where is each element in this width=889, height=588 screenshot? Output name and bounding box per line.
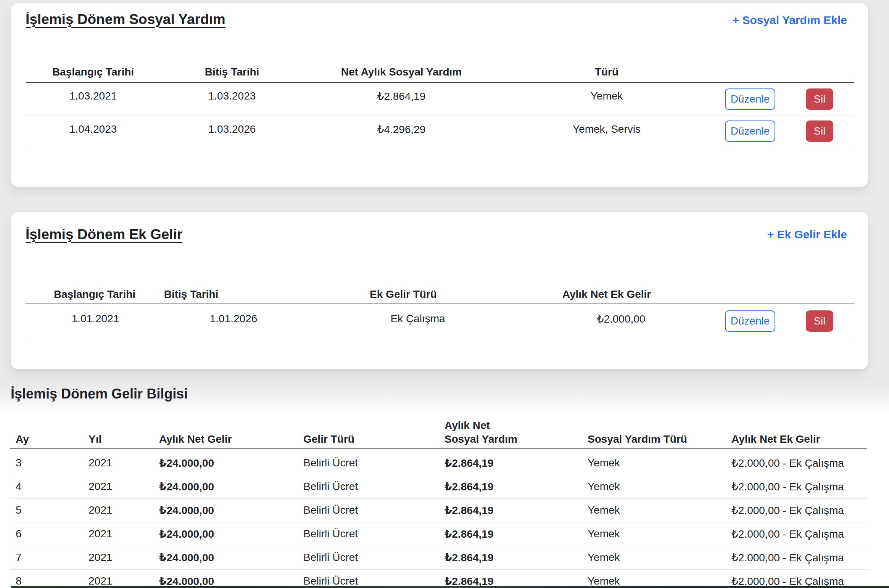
social-aid-card: İşlemiş Dönem Sosyal Yardım + Sosyal Yar…	[11, 3, 868, 187]
cell-month: 6	[16, 528, 22, 540]
col-header-type: Türü	[595, 66, 618, 78]
cell-extra-income: ₺2.000,00 - Ek Çalışma	[731, 528, 844, 540]
col-header-social-aid-line2: Sosyal Yardım	[445, 433, 517, 445]
cell-income-type: Ek Çalışma	[390, 313, 445, 325]
col-header-net-monthly: Net Aylık Sosyal Yardım	[341, 66, 462, 78]
cell-type: Yemek	[591, 90, 623, 102]
col-header-end-date: Bitiş Tarihi	[164, 288, 219, 300]
table-row: 1.01.2021 1.01.2026 Ek Çalışma ₺2.000,00…	[26, 304, 854, 338]
cell-extra-income: ₺2.000,00 - Ek Çalışma	[731, 480, 844, 493]
cell-month: 7	[16, 551, 22, 564]
cell-social-aid: ₺2.864,19	[445, 504, 493, 517]
col-header-income-type: Ek Gelir Türü	[370, 288, 437, 300]
col-header-start-date: Başlangıç Tarihi	[54, 288, 135, 300]
extra-income-card: İşlemiş Dönem Ek Gelir + Ek Gelir Ekle B…	[11, 212, 868, 369]
cell-month: 5	[16, 504, 22, 516]
cell-end-date: 1.03.2026	[208, 123, 256, 135]
social-aid-card-title: İşlemiş Dönem Sosyal Yardım	[26, 11, 225, 27]
cell-month: 3	[16, 457, 22, 469]
income-info-title: İşlemiş Dönem Gelir Bilgisi	[11, 386, 188, 402]
cell-net-income: ₺24.000,00	[159, 551, 214, 564]
table-row: 7 2021 ₺24.000,00 Belirli Ücret ₺2.864,1…	[10, 546, 867, 570]
cell-social-aid-type: Yemek	[588, 480, 620, 493]
cell-year: 2021	[89, 480, 112, 493]
col-header-income-type: Gelir Türü	[303, 433, 354, 445]
col-header-month: Ay	[16, 433, 29, 445]
table-row: 1.04.2023 1.03.2026 ₺4.296,29 Yemek, Ser…	[26, 116, 854, 147]
cell-year: 2021	[89, 504, 112, 516]
cell-net-monthly: ₺4.296,29	[377, 123, 426, 136]
cell-income-type: Belirli Ücret	[303, 457, 358, 469]
edit-button[interactable]: Düzenle	[725, 120, 775, 142]
cell-social-aid: ₺2.864,19	[445, 551, 493, 564]
delete-button[interactable]: Sil	[806, 120, 833, 142]
table-row: 8 2021 ₺24.000,00 Belirli Ücret ₺2.864,1…	[10, 569, 867, 588]
table-row: 1.03.2021 1.03.2023 ₺2.864,19 Yemek Düze…	[26, 83, 854, 116]
cell-social-aid-type: Yemek	[588, 551, 620, 564]
cell-social-aid-type: Yemek	[588, 528, 620, 540]
col-header-year: Yıl	[89, 433, 101, 445]
add-social-aid-link[interactable]: + Sosyal Yardım Ekle	[733, 14, 847, 27]
col-header-social-aid-line1: Aylık Net	[445, 419, 490, 432]
cell-social-aid-type: Yemek	[588, 457, 620, 469]
cell-year: 2021	[89, 528, 112, 540]
desktop-edge	[11, 586, 889, 588]
cell-net-income: ₺24.000,00	[159, 457, 214, 469]
col-header-net-income: Aylık Net Gelir	[159, 433, 232, 445]
cell-net-income: ₺24.000,00	[159, 528, 214, 540]
col-header-start-date: Başlangıç Tarihi	[52, 66, 134, 78]
cell-net-monthly: ₺2.000,00	[597, 313, 646, 325]
table-row: 5 2021 ₺24.000,00 Belirli Ücret ₺2.864,1…	[10, 498, 867, 522]
cell-year: 2021	[89, 457, 112, 469]
cell-month: 4	[16, 480, 22, 493]
cell-start-date: 1.03.2021	[69, 90, 117, 102]
cell-type: Yemek, Servis	[573, 123, 641, 135]
cell-end-date: 1.03.2023	[208, 90, 256, 102]
cell-social-aid-type: Yemek	[588, 504, 620, 516]
cell-net-income: ₺24.000,00	[159, 480, 214, 493]
cell-extra-income: ₺2.000,00 - Ek Çalışma	[731, 504, 844, 517]
table-row: 3 2021 ₺24.000,00 Belirli Ücret ₺2.864,1…	[10, 451, 867, 475]
cell-net-income: ₺24.000,00	[159, 504, 214, 517]
cell-income-type: Belirli Ücret	[303, 480, 358, 493]
cell-extra-income: ₺2.000,00 - Ek Çalışma	[731, 551, 844, 564]
col-header-extra-income: Aylık Net Ek Gelir	[731, 433, 820, 445]
table-header-divider	[10, 448, 867, 449]
edit-button[interactable]: Düzenle	[725, 310, 775, 332]
cell-start-date: 1.01.2021	[72, 313, 119, 325]
cell-social-aid: ₺2.864,19	[445, 528, 493, 540]
cell-extra-income: ₺2.000,00 - Ek Çalışma	[731, 457, 844, 469]
table-row: 4 2021 ₺24.000,00 Belirli Ücret ₺2.864,1…	[10, 475, 867, 499]
cell-end-date: 1.01.2026	[210, 313, 258, 325]
cell-year: 2021	[89, 551, 112, 564]
cell-net-monthly: ₺2.864,19	[377, 90, 426, 103]
col-header-social-aid-type: Sosyal Yardım Türü	[588, 433, 687, 445]
cell-start-date: 1.04.2023	[69, 123, 117, 135]
col-header-net-monthly: Aylık Net Ek Gelir	[562, 288, 651, 300]
cell-income-type: Belirli Ücret	[303, 551, 358, 564]
table-row: 6 2021 ₺24.000,00 Belirli Ücret ₺2.864,1…	[10, 522, 867, 546]
edit-button[interactable]: Düzenle	[725, 88, 775, 110]
col-header-end-date: Bitiş Tarihi	[205, 66, 259, 78]
delete-button[interactable]: Sil	[806, 310, 833, 332]
cell-income-type: Belirli Ücret	[303, 528, 358, 540]
cell-social-aid: ₺2.864,19	[445, 480, 493, 493]
cell-income-type: Belirli Ücret	[303, 504, 358, 516]
add-extra-income-link[interactable]: + Ek Gelir Ekle	[767, 228, 847, 241]
delete-button[interactable]: Sil	[806, 88, 833, 110]
extra-income-card-title: İşlemiş Dönem Ek Gelir	[26, 227, 182, 243]
cell-social-aid: ₺2.864,19	[445, 457, 493, 469]
